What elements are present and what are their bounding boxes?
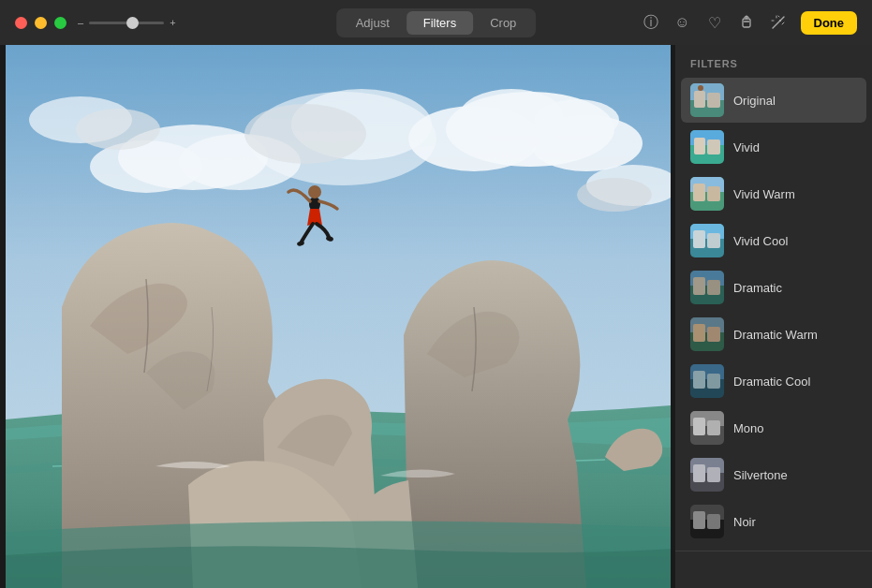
filter-item-noir[interactable]: Noir bbox=[681, 499, 866, 544]
svg-rect-43 bbox=[693, 184, 705, 201]
filter-thumb-dramatic bbox=[690, 271, 724, 304]
filter-thumb-noir bbox=[690, 505, 724, 538]
svg-rect-44 bbox=[707, 186, 720, 201]
slider-thumb[interactable] bbox=[126, 17, 139, 29]
nav-tabs: Adjust Filters Crop bbox=[336, 8, 537, 37]
svg-point-20 bbox=[577, 178, 652, 212]
face-icon[interactable]: ☺ bbox=[673, 13, 692, 32]
filter-item-mono[interactable]: Mono bbox=[681, 405, 866, 450]
tab-crop[interactable]: Crop bbox=[473, 11, 533, 35]
filter-label-dramatic: Dramatic bbox=[733, 281, 782, 295]
filter-thumb-dramatic-cool bbox=[690, 364, 724, 398]
magic-wand-icon[interactable] bbox=[769, 13, 788, 32]
svg-rect-52 bbox=[707, 280, 720, 295]
filter-thumb-original bbox=[690, 83, 724, 117]
filter-item-vivid-warm[interactable]: Vivid Warm bbox=[681, 171, 866, 216]
zoom-in-icon: + bbox=[170, 17, 175, 28]
filter-item-dramatic-warm[interactable]: Dramatic Warm bbox=[681, 312, 866, 357]
svg-rect-47 bbox=[693, 230, 705, 248]
svg-rect-55 bbox=[693, 324, 705, 342]
svg-line-1 bbox=[773, 21, 780, 28]
svg-rect-67 bbox=[693, 464, 705, 482]
filters-panel: FILTERS Original bbox=[675, 45, 872, 588]
svg-line-7 bbox=[778, 16, 779, 17]
filter-thumb-vivid-warm bbox=[690, 177, 724, 211]
tab-filters[interactable]: Filters bbox=[406, 11, 473, 35]
svg-rect-0 bbox=[743, 19, 750, 27]
window-controls bbox=[15, 17, 67, 29]
filter-item-dramatic[interactable]: Dramatic bbox=[681, 265, 866, 310]
svg-rect-60 bbox=[707, 374, 720, 389]
filter-item-silvertone[interactable]: Silvertone bbox=[681, 452, 866, 497]
filter-thumb-mono bbox=[690, 411, 724, 445]
tab-adjust[interactable]: Adjust bbox=[339, 11, 406, 35]
svg-line-4 bbox=[782, 22, 784, 24]
filter-label-silvertone: Silvertone bbox=[733, 468, 788, 482]
svg-rect-34 bbox=[694, 91, 705, 108]
filter-label-mono: Mono bbox=[733, 421, 764, 435]
svg-rect-35 bbox=[707, 93, 720, 108]
photo-area bbox=[0, 45, 675, 588]
titlebar: – + Adjust Filters Crop ⓘ ☺ ♡ bbox=[0, 0, 872, 45]
minimize-button[interactable] bbox=[35, 17, 47, 29]
filter-item-dramatic-cool[interactable]: Dramatic Cool bbox=[681, 359, 866, 404]
filter-label-noir: Noir bbox=[733, 515, 756, 529]
zoom-slider[interactable]: – + bbox=[78, 17, 176, 28]
filter-item-vivid[interactable]: Vivid bbox=[681, 125, 866, 169]
titlebar-actions: ⓘ ☺ ♡ Done bbox=[642, 11, 858, 35]
svg-rect-68 bbox=[707, 467, 720, 482]
filter-item-vivid-cool[interactable]: Vivid Cool bbox=[681, 218, 866, 263]
filter-label-dramatic-warm: Dramatic Warm bbox=[733, 328, 818, 342]
filter-thumb-silvertone bbox=[690, 458, 724, 492]
svg-point-13 bbox=[535, 99, 619, 140]
info-icon[interactable]: ⓘ bbox=[642, 13, 660, 32]
svg-rect-48 bbox=[707, 233, 720, 248]
svg-point-36 bbox=[698, 85, 703, 91]
close-button[interactable] bbox=[15, 17, 27, 29]
filter-thumb-vivid bbox=[690, 130, 724, 164]
photo-canvas bbox=[6, 45, 671, 588]
svg-rect-56 bbox=[707, 327, 720, 342]
svg-point-23 bbox=[244, 104, 366, 164]
share-icon[interactable] bbox=[737, 13, 756, 32]
svg-point-29 bbox=[308, 185, 321, 198]
maximize-button[interactable] bbox=[54, 17, 67, 29]
svg-point-18 bbox=[76, 109, 160, 150]
main-content: FILTERS Original bbox=[0, 45, 872, 588]
done-button[interactable]: Done bbox=[801, 11, 858, 35]
filter-label-original: Original bbox=[733, 94, 776, 108]
filter-label-vivid: Vivid bbox=[733, 140, 760, 154]
filter-thumb-vivid-cool bbox=[690, 224, 724, 257]
filter-item-original[interactable]: Original bbox=[681, 78, 866, 123]
heart-icon[interactable]: ♡ bbox=[705, 13, 724, 32]
slider-track bbox=[89, 22, 164, 24]
filters-header: FILTERS bbox=[675, 45, 872, 77]
filter-label-vivid-cool: Vivid Cool bbox=[733, 234, 788, 248]
svg-rect-64 bbox=[707, 420, 720, 435]
svg-rect-63 bbox=[693, 418, 705, 435]
svg-rect-71 bbox=[693, 511, 705, 529]
svg-rect-40 bbox=[707, 140, 720, 154]
zoom-out-icon: – bbox=[78, 17, 83, 28]
svg-rect-72 bbox=[707, 514, 720, 529]
bottom-divider bbox=[675, 551, 872, 551]
svg-point-3 bbox=[779, 20, 781, 22]
svg-rect-39 bbox=[694, 138, 705, 154]
filter-label-vivid-warm: Vivid Warm bbox=[733, 187, 795, 201]
svg-rect-59 bbox=[693, 371, 705, 389]
svg-rect-51 bbox=[693, 277, 705, 295]
filter-thumb-dramatic-warm bbox=[690, 317, 724, 351]
filter-label-dramatic-cool: Dramatic Cool bbox=[733, 375, 810, 389]
